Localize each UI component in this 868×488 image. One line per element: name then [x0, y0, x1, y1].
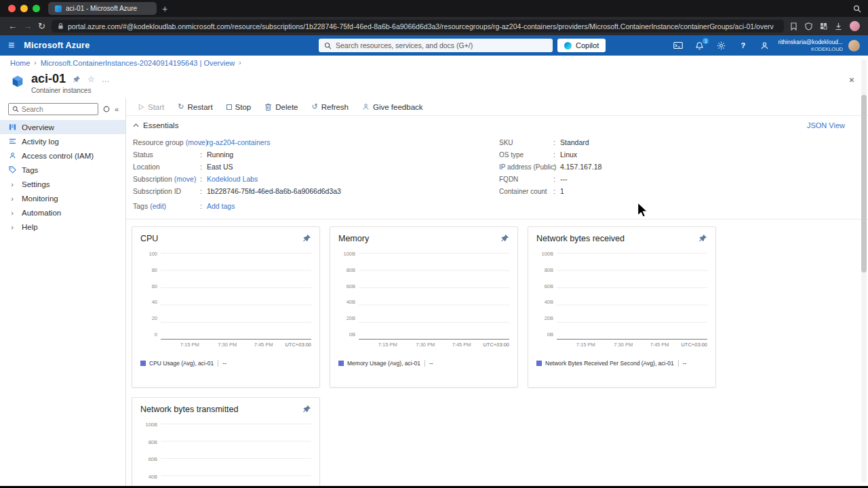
pin-chart-icon[interactable] [500, 234, 509, 243]
browser-profile-icon[interactable] [850, 21, 860, 31]
new-tab-button[interactable]: + [162, 3, 167, 14]
chart-card-network-received: Network bytes received 100B80B60B40B20B0… [528, 226, 716, 388]
global-search[interactable] [319, 39, 553, 52]
add-tags-link[interactable]: Add tags [207, 202, 235, 210]
refresh-button[interactable]: ↺ Refresh [306, 100, 355, 113]
legend-value: -- [222, 360, 226, 367]
field-label: Location [133, 163, 160, 171]
sidebar-search-input[interactable] [22, 106, 94, 113]
legend-value: -- [429, 360, 433, 367]
url-text: portal.azure.com/#@kodekloudlab.onmicros… [68, 22, 774, 30]
delete-button[interactable]: Delete [258, 101, 304, 113]
sidebar-item-label: Help [22, 223, 38, 231]
hamburger-menu-icon[interactable]: ≡ [8, 39, 14, 52]
back-icon[interactable]: ← [8, 22, 17, 30]
account-tenant: KODEKLOUD [778, 46, 843, 52]
start-button[interactable]: Start [132, 101, 170, 113]
sidebar-item-monitoring[interactable]: › Monitoring [0, 191, 125, 205]
forward-icon[interactable]: → [23, 22, 32, 30]
chevron-right-icon: › [8, 209, 16, 217]
cloud-shell-icon[interactable] [673, 41, 683, 51]
resource-menu: « Overview Activity log Access control (… [0, 98, 126, 487]
chart-legend: Network Bytes Received Per Second (Avg),… [536, 360, 707, 367]
chart-legend: CPU Usage (Avg), aci-01 -- [140, 360, 311, 367]
sidebar-item-label: Monitoring [22, 195, 58, 203]
sidebar-item-tags[interactable]: Tags [0, 163, 125, 177]
button-label: Start [148, 103, 164, 111]
close-blade-icon[interactable]: × [849, 75, 854, 85]
favorite-star-icon[interactable]: ☆ [87, 75, 95, 84]
pin-chart-icon[interactable] [698, 234, 707, 243]
chart-title: Memory [338, 234, 369, 243]
account-email: rithinskaria@kodekloud... [778, 39, 843, 45]
pin-chart-icon[interactable] [302, 234, 311, 243]
give-feedback-button[interactable]: Give feedback [356, 101, 429, 113]
account-info[interactable]: rithinskaria@kodekloud... KODEKLOUD [778, 39, 843, 52]
field-label: Tags [133, 202, 148, 210]
search-icon [12, 106, 19, 113]
fqdn-value: --- [560, 175, 568, 183]
copilot-label: Copilot [576, 41, 599, 49]
sidebar-item-settings[interactable]: › Settings [0, 177, 125, 191]
notifications-bell-icon[interactable]: 1 [694, 41, 705, 51]
field-label: Subscription ID [133, 187, 181, 195]
tab-search-icon[interactable] [853, 5, 861, 13]
json-view-link[interactable]: JSON View [807, 121, 845, 129]
copilot-button[interactable]: Copilot [557, 39, 606, 52]
shield-icon[interactable] [805, 22, 812, 30]
browser-tab[interactable]: aci-01 - Microsoft Azure [48, 2, 157, 15]
more-options-icon[interactable]: … [102, 75, 111, 84]
move-link[interactable]: (move) [174, 175, 197, 183]
breadcrumb-parent-link[interactable]: Microsoft.ContainerInstances-20240914195… [41, 59, 235, 67]
breadcrumb-home-link[interactable]: Home [10, 59, 30, 67]
browser-url-bar: ← → ↻ portal.azure.com/#@kodekloudlab.on… [0, 17, 868, 35]
button-label: Give feedback [373, 103, 423, 111]
bookmark-icon[interactable] [790, 22, 797, 30]
sidebar-item-activity-log[interactable]: Activity log [0, 134, 125, 148]
button-label: Refresh [321, 103, 349, 111]
chart-plot-area [161, 424, 311, 487]
breadcrumb: Home › Microsoft.ContainerInstances-2024… [0, 56, 868, 70]
sidebar-item-overview[interactable]: Overview [0, 120, 125, 134]
reload-icon[interactable]: ↻ [38, 22, 45, 30]
button-label: Restart [188, 103, 213, 111]
chart-card-memory: Memory 100B80B60B40B20B0B 7:15 PM 7:30 [330, 226, 518, 388]
legend-color-swatch [140, 361, 146, 366]
traffic-lights [8, 5, 40, 12]
stop-button[interactable]: Stop [220, 101, 258, 113]
breadcrumb-separator-icon: › [239, 59, 241, 66]
close-window-button[interactable] [8, 5, 16, 12]
sidebar-search[interactable] [8, 103, 98, 115]
sidebar-item-automation[interactable]: › Automation [0, 205, 125, 220]
account-avatar[interactable] [848, 40, 860, 52]
collapse-menu-icon[interactable]: « [115, 105, 119, 113]
extensions-icon[interactable] [820, 22, 827, 30]
zoom-window-button[interactable] [33, 5, 40, 12]
field-tags: Tags(edit) : Add tags [133, 200, 499, 212]
sidebar-toggle-icon[interactable] [103, 106, 110, 113]
minimize-window-button[interactable] [20, 5, 28, 12]
subscription-link[interactable]: Kodekloud Labs [207, 175, 258, 183]
essentials-title: Essentials [143, 121, 178, 129]
sidebar-item-help[interactable]: › Help [0, 220, 125, 234]
chart-title: CPU [140, 234, 158, 243]
restart-button[interactable]: ↻ Restart [172, 100, 218, 113]
feedback-icon[interactable] [760, 41, 770, 51]
pin-dashboard-icon[interactable] [73, 75, 81, 83]
global-search-input[interactable] [336, 41, 547, 49]
sidebar-item-label: Automation [22, 209, 61, 217]
scrollbar-thumb[interactable] [861, 95, 867, 272]
resource-group-link[interactable]: rg-az204-containers [207, 138, 270, 146]
help-icon[interactable]: ? [738, 41, 748, 51]
field-label: Subscription [133, 175, 172, 183]
download-icon[interactable] [835, 22, 842, 30]
address-bar[interactable]: portal.azure.com/#@kodekloudlab.onmicros… [52, 20, 784, 33]
pin-chart-icon[interactable] [302, 405, 311, 413]
sidebar-item-access-control[interactable]: Access control (IAM) [0, 148, 125, 163]
edit-tags-link[interactable]: (edit) [150, 202, 166, 210]
button-label: Stop [235, 103, 252, 111]
main-panel: Start ↻ Restart Stop Delete ↺ [126, 98, 868, 487]
essentials-header[interactable]: Essentials JSON View [126, 116, 868, 132]
settings-gear-icon[interactable] [716, 41, 726, 51]
scrollbar-track[interactable] [861, 60, 867, 483]
